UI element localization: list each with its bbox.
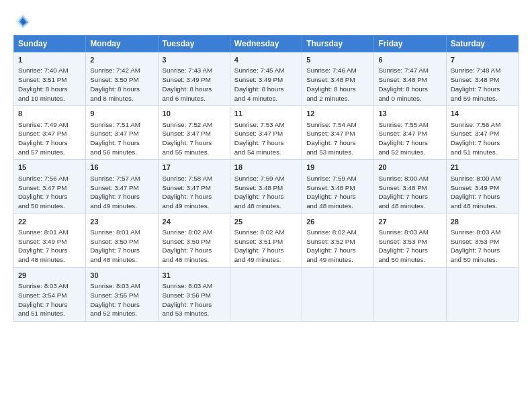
- day-detail: Sunset: 3:47 PM: [18, 183, 81, 193]
- day-number: 5: [306, 55, 369, 65]
- calendar-cell: 2Sunrise: 7:42 AMSunset: 3:50 PMDaylight…: [86, 52, 158, 106]
- day-detail: Sunrise: 7:43 AM: [163, 66, 226, 75]
- calendar-cell: 7Sunrise: 7:48 AMSunset: 3:48 PMDaylight…: [446, 52, 518, 106]
- day-detail: Daylight: 7 hours: [90, 300, 153, 310]
- calendar-body: 1Sunrise: 7:40 AMSunset: 3:51 PMDaylight…: [14, 52, 519, 322]
- day-detail: Daylight: 7 hours: [90, 246, 153, 255]
- calendar-cell: [446, 267, 518, 321]
- calendar-cell: 25Sunrise: 8:02 AMSunset: 3:51 PMDayligh…: [230, 214, 302, 267]
- day-detail: Daylight: 7 hours: [163, 192, 226, 201]
- calendar-cell: 13Sunrise: 7:55 AMSunset: 3:47 PMDayligh…: [374, 106, 446, 160]
- day-number: 31: [163, 271, 226, 281]
- calendar-cell: 16Sunrise: 7:57 AMSunset: 3:47 PMDayligh…: [86, 160, 158, 214]
- day-detail: and 49 minutes.: [306, 255, 369, 265]
- calendar-cell: 23Sunrise: 8:01 AMSunset: 3:50 PMDayligh…: [86, 214, 158, 267]
- calendar-cell: 15Sunrise: 7:56 AMSunset: 3:47 PMDayligh…: [14, 160, 86, 214]
- day-detail: and 6 minutes.: [163, 94, 226, 103]
- day-detail: Sunset: 3:48 PM: [306, 183, 369, 193]
- day-detail: Sunset: 3:56 PM: [163, 291, 226, 300]
- day-detail: and 50 minutes.: [451, 255, 514, 265]
- day-detail: Daylight: 7 hours: [378, 246, 441, 255]
- week-row-2: 8Sunrise: 7:49 AMSunset: 3:47 PMDaylight…: [14, 106, 519, 160]
- day-detail: and 48 minutes.: [18, 255, 81, 265]
- calendar-cell: [230, 267, 302, 321]
- day-detail: Sunset: 3:47 PM: [306, 129, 369, 138]
- day-detail: Daylight: 8 hours: [234, 85, 298, 94]
- day-detail: Sunrise: 7:58 AM: [163, 174, 226, 183]
- col-thursday: Thursday: [302, 36, 374, 52]
- calendar-cell: 18Sunrise: 7:59 AMSunset: 3:48 PMDayligh…: [230, 160, 302, 214]
- day-number: 26: [306, 217, 369, 227]
- day-detail: Daylight: 7 hours: [306, 246, 369, 255]
- day-detail: Sunrise: 7:54 AM: [306, 120, 369, 130]
- day-detail: Sunrise: 8:03 AM: [378, 228, 441, 237]
- day-detail: and 2 minutes.: [306, 94, 369, 103]
- calendar-cell: 10Sunrise: 7:52 AMSunset: 3:47 PMDayligh…: [158, 106, 230, 160]
- day-number: 8: [18, 109, 81, 119]
- col-saturday: Saturday: [446, 36, 518, 52]
- day-detail: Sunset: 3:47 PM: [90, 183, 153, 193]
- day-detail: Daylight: 7 hours: [163, 138, 226, 148]
- day-detail: Sunset: 3:47 PM: [90, 129, 153, 138]
- day-detail: and 51 minutes.: [451, 148, 514, 157]
- calendar-table: Sunday Monday Tuesday Wednesday Thursday…: [13, 35, 519, 322]
- day-detail: Sunrise: 7:48 AM: [451, 66, 514, 75]
- day-number: 15: [18, 163, 81, 173]
- calendar-cell: 27Sunrise: 8:03 AMSunset: 3:53 PMDayligh…: [374, 214, 446, 267]
- calendar-cell: 31Sunrise: 8:03 AMSunset: 3:56 PMDayligh…: [158, 267, 230, 321]
- day-detail: Sunrise: 7:57 AM: [90, 174, 153, 183]
- day-number: 13: [378, 109, 441, 119]
- calendar-cell: 17Sunrise: 7:58 AMSunset: 3:47 PMDayligh…: [158, 160, 230, 214]
- col-friday: Friday: [374, 36, 446, 52]
- calendar-cell: 3Sunrise: 7:43 AMSunset: 3:49 PMDaylight…: [158, 52, 230, 106]
- day-detail: Sunset: 3:54 PM: [18, 291, 81, 300]
- day-detail: Sunset: 3:47 PM: [163, 183, 226, 193]
- day-detail: and 52 minutes.: [378, 148, 441, 157]
- day-number: 19: [306, 163, 369, 173]
- day-number: 25: [234, 217, 298, 227]
- day-detail: Sunset: 3:48 PM: [378, 183, 441, 193]
- day-detail: Daylight: 8 hours: [378, 85, 441, 94]
- day-detail: Daylight: 8 hours: [306, 85, 369, 94]
- day-detail: Sunset: 3:53 PM: [451, 237, 514, 246]
- day-detail: Sunrise: 8:03 AM: [18, 281, 81, 291]
- col-monday: Monday: [86, 36, 158, 52]
- day-detail: and 48 minutes.: [90, 255, 153, 265]
- day-number: 7: [451, 55, 514, 65]
- day-detail: Daylight: 7 hours: [18, 300, 81, 310]
- calendar-cell: 19Sunrise: 7:59 AMSunset: 3:48 PMDayligh…: [302, 160, 374, 214]
- day-detail: Sunset: 3:48 PM: [378, 75, 441, 85]
- day-detail: and 49 minutes.: [163, 201, 226, 211]
- day-detail: Sunset: 3:48 PM: [234, 183, 298, 193]
- day-number: 10: [163, 109, 226, 119]
- day-detail: Daylight: 7 hours: [18, 246, 81, 255]
- day-detail: Daylight: 7 hours: [90, 138, 153, 148]
- day-detail: Sunset: 3:49 PM: [234, 75, 298, 85]
- day-number: 2: [90, 55, 153, 65]
- day-number: 29: [18, 271, 81, 281]
- day-detail: Sunrise: 8:01 AM: [90, 228, 153, 237]
- day-number: 22: [18, 217, 81, 227]
- day-detail: Sunset: 3:53 PM: [378, 237, 441, 246]
- day-number: 14: [451, 109, 514, 119]
- day-detail: Sunrise: 7:56 AM: [18, 174, 81, 183]
- day-detail: Sunrise: 7:47 AM: [378, 66, 441, 75]
- day-detail: and 4 minutes.: [234, 94, 298, 103]
- day-detail: and 48 minutes.: [234, 201, 298, 211]
- calendar-cell: 9Sunrise: 7:51 AMSunset: 3:47 PMDaylight…: [86, 106, 158, 160]
- day-detail: and 8 minutes.: [90, 94, 153, 103]
- day-detail: Sunset: 3:50 PM: [90, 75, 153, 85]
- day-detail: and 53 minutes.: [163, 309, 226, 318]
- day-detail: Sunset: 3:49 PM: [18, 237, 81, 246]
- logo: [13, 12, 35, 31]
- calendar-cell: 12Sunrise: 7:54 AMSunset: 3:47 PMDayligh…: [302, 106, 374, 160]
- calendar-cell: 11Sunrise: 7:53 AMSunset: 3:47 PMDayligh…: [230, 106, 302, 160]
- day-number: 4: [234, 55, 298, 65]
- day-number: 27: [378, 217, 441, 227]
- day-detail: and 52 minutes.: [90, 309, 153, 318]
- day-detail: Sunset: 3:50 PM: [90, 237, 153, 246]
- day-detail: Sunrise: 7:45 AM: [234, 66, 298, 75]
- logo-icon: [13, 12, 32, 31]
- day-detail: Sunrise: 8:00 AM: [451, 174, 514, 183]
- day-detail: Daylight: 7 hours: [163, 246, 226, 255]
